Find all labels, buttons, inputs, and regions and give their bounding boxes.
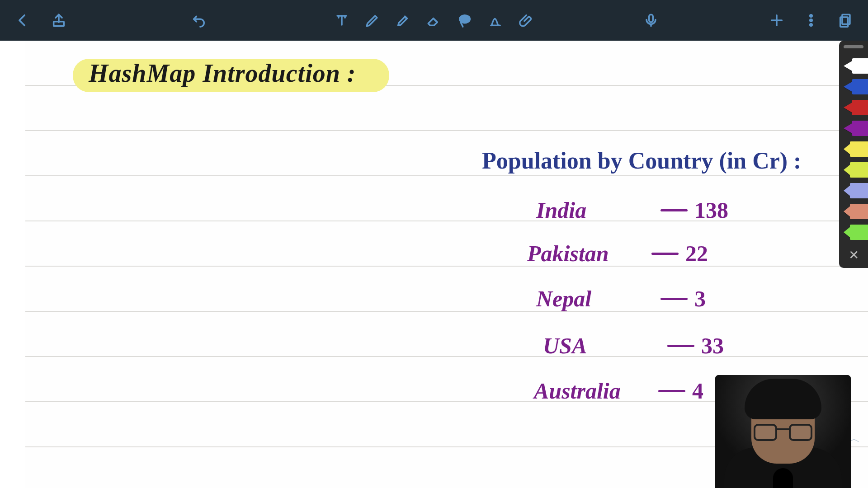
presenter-webcam: [715, 375, 851, 488]
highlighter-pen-icon[interactable]: [841, 222, 866, 243]
data-row: Pakistan 22: [527, 240, 708, 267]
attachment-tool-icon[interactable]: [517, 11, 535, 29]
highlighter-pen-icon[interactable]: [841, 180, 866, 201]
text-tool-icon[interactable]: [333, 11, 351, 29]
country-name: Australia: [534, 378, 651, 404]
undo-icon[interactable]: [190, 11, 208, 29]
palette-drag-handle[interactable]: [844, 45, 863, 48]
dash-icon: [654, 298, 694, 300]
lasso-tool-icon[interactable]: [456, 11, 474, 29]
country-value: 138: [694, 197, 728, 223]
dash-icon: [645, 253, 685, 255]
svg-rect-0: [54, 22, 64, 26]
more-menu-icon[interactable]: [802, 11, 820, 29]
data-row: Nepal 3: [536, 286, 706, 312]
pen-palette: ✕: [839, 41, 868, 268]
highlighter-tool-icon[interactable]: [394, 11, 412, 29]
svg-point-5: [810, 24, 812, 26]
data-row: India 138: [536, 197, 728, 223]
country-value: 33: [701, 333, 724, 359]
country-name: Pakistan: [527, 240, 645, 267]
data-row: USA 33: [543, 333, 724, 359]
eraser-tool-icon[interactable]: [425, 11, 443, 29]
highlighter-pen-icon[interactable]: [841, 160, 866, 180]
dash-icon: [660, 345, 701, 347]
canvas-area[interactable]: HashMap Introduction : Population by Cou…: [0, 41, 868, 488]
top-toolbar: [0, 0, 868, 41]
svg-point-4: [810, 19, 812, 22]
pen-icon[interactable]: [841, 76, 866, 97]
dash-icon: [654, 209, 694, 211]
pen-icon[interactable]: [841, 118, 866, 139]
highlighter-pen-icon[interactable]: [841, 201, 866, 222]
highlighter-pen-icon[interactable]: [841, 139, 866, 160]
data-row: Australia 4: [534, 378, 703, 404]
country-name: Nepal: [536, 286, 654, 312]
pen-icon[interactable]: [841, 97, 866, 118]
microphone-icon[interactable]: [642, 11, 660, 29]
palette-close-icon[interactable]: ✕: [849, 249, 859, 262]
add-icon[interactable]: [768, 11, 786, 29]
country-value: 4: [692, 378, 703, 404]
section-subtitle: Population by Country (in Cr) :: [482, 147, 801, 174]
country-value: 3: [694, 286, 706, 312]
pages-icon[interactable]: [836, 11, 854, 29]
pen-tool-icon[interactable]: [363, 11, 382, 29]
back-icon[interactable]: [14, 11, 32, 29]
share-icon[interactable]: [50, 11, 68, 29]
country-name: India: [536, 197, 654, 223]
svg-rect-2: [649, 14, 653, 22]
country-name: USA: [543, 333, 660, 359]
shape-tool-icon[interactable]: [486, 11, 505, 29]
dash-icon: [651, 390, 692, 392]
page-title: HashMap Introduction :: [89, 59, 356, 88]
svg-point-3: [810, 15, 812, 17]
country-value: 22: [685, 240, 708, 267]
pen-icon[interactable]: [841, 56, 866, 76]
